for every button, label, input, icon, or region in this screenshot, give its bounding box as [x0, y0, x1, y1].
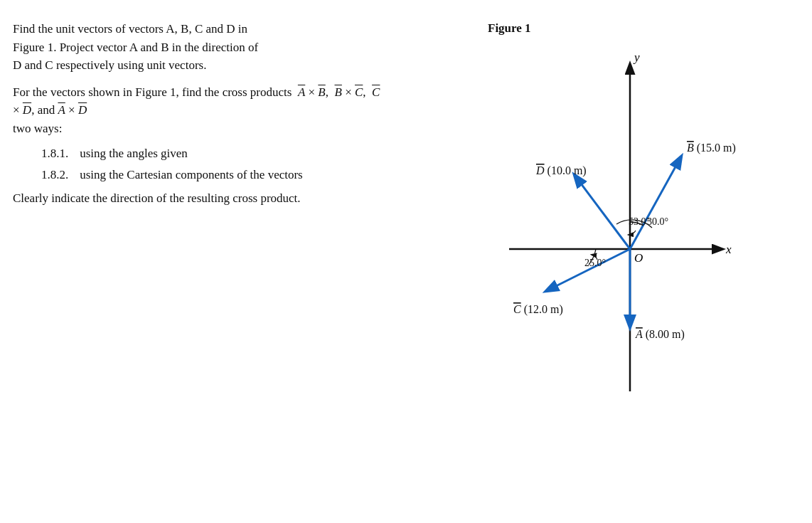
problem-1: Find the unit vectors of vectors A, B, C… [13, 20, 384, 75]
para3: Clearly indicate the direction of the re… [13, 189, 384, 208]
y-label: y [633, 51, 640, 64]
angle-30-label: 30.0° [647, 216, 668, 227]
vector-D [575, 175, 630, 249]
vec-C-label: C (12.0 m) [513, 303, 563, 316]
angle-53-label: 53.0° [629, 216, 650, 227]
numbered-list: 1.8.1. using the angles given 1.8.2. usi… [41, 144, 384, 184]
left-panel: Find the unit vectors of vectors A, B, C… [0, 0, 405, 523]
vec-B: B [318, 85, 325, 99]
vec-B-label: B (15.0 m) [687, 142, 736, 154]
vec-B2: B [335, 85, 342, 99]
vec-A-label: A (8.00 m) [635, 328, 685, 341]
problem-2: For the vectors shown in Figure 1, find … [13, 83, 384, 208]
item1-num: 1.8.1. [41, 144, 77, 163]
vector-B [630, 157, 681, 249]
item2-num: 1.8.2. [41, 166, 77, 184]
vec-C: C [355, 85, 363, 99]
item2-text: using the Cartesian components of the ve… [80, 168, 302, 181]
vector-C [546, 249, 630, 291]
para1-line2: Figure 1. Project vector A and B in the … [13, 41, 258, 54]
origin-label: O [634, 251, 643, 265]
item-2: 1.8.2. using the Cartesian components of… [41, 166, 384, 184]
figure-title: Figure 1 [488, 21, 531, 36]
para1: Find the unit vectors of vectors A, B, C… [13, 20, 384, 75]
vec-D2: D [78, 103, 87, 117]
vec-D: D [23, 103, 31, 117]
vec-C2: C [372, 85, 380, 99]
para2: For the vectors shown in Figure 1, find … [13, 83, 384, 138]
x-label: x [725, 243, 732, 256]
vec-A: A [298, 85, 305, 99]
vec-A2: A [58, 103, 65, 117]
figure-svg: x y O B (15.0 m) A (8.00 m) C [445, 43, 772, 406]
angle-25-label: 25.0° [584, 258, 606, 268]
item-1: 1.8.1. using the angles given [41, 144, 384, 163]
figure-container: Figure 1 [445, 21, 772, 420]
para1-line3: D and C respectively using unit vectors. [13, 58, 206, 72]
vec-D-label: D (10.0 m) [535, 164, 587, 177]
right-panel: Figure 1 [405, 0, 812, 523]
item1-text: using the angles given [80, 147, 188, 160]
para1-line1: Find the unit vectors of vectors A, B, C… [13, 22, 247, 36]
